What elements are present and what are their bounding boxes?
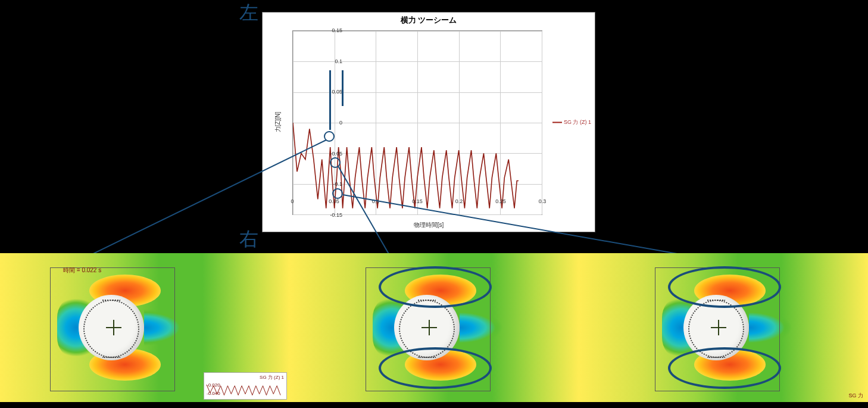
ytick: -0.15 [319, 212, 342, 218]
ytick: -0.05 [319, 151, 342, 157]
y-axis-label: 力[Z][N] [274, 112, 282, 132]
ytick: 0.1 [319, 58, 342, 64]
cfd-panel-3: SG 力 [579, 253, 868, 402]
x-axis-label: 物理時間[s] [414, 221, 444, 229]
xtick: 0.3 [539, 198, 547, 204]
mesh-refinement-box [50, 267, 175, 391]
xtick: 0.2 [455, 198, 463, 204]
cfd-panel-2 [289, 253, 579, 402]
right-direction-label: 右 [239, 226, 258, 253]
xtick: 0.05 [329, 198, 339, 204]
inset-force-plot: SG 力 (Z) 1 -0.020 -0.040 [204, 372, 287, 400]
highlight-ellipse-bottom [379, 347, 492, 389]
highlight-ellipse-top [668, 266, 781, 308]
rotation-marker-end [342, 70, 344, 106]
cfd-panel-1: 時間 = 0.022 s SG 力 (Z) 1 -0.020 -0.040 [0, 253, 289, 402]
rotation-marker-start [329, 70, 331, 130]
lateral-force-chart: 横力 ツーシーム 0.15 0.1 0.05 0 -0.05 -0.1 -0.1… [262, 12, 595, 232]
sample-circle-trough [332, 188, 343, 199]
chart-title: 横力 ツーシーム [263, 15, 595, 26]
ytick: 0.15 [319, 27, 342, 33]
xtick: 0 [291, 198, 294, 204]
sim-time-label: 時間 = 0.022 s [63, 266, 101, 275]
highlight-ellipse-bottom [668, 347, 781, 389]
left-direction-label: 左 [239, 0, 258, 26]
ytick: -0.1 [319, 181, 342, 187]
highlight-ellipse-top [379, 266, 492, 308]
xtick: 0.15 [412, 198, 423, 204]
inset-legend-right: SG 力 [848, 392, 863, 400]
chart-legend: SG 力 (Z) 1 [552, 119, 591, 126]
xtick: 0.25 [495, 198, 506, 204]
cfd-panel-row: 時間 = 0.022 s SG 力 (Z) 1 -0.020 -0.040 SG [0, 253, 868, 408]
